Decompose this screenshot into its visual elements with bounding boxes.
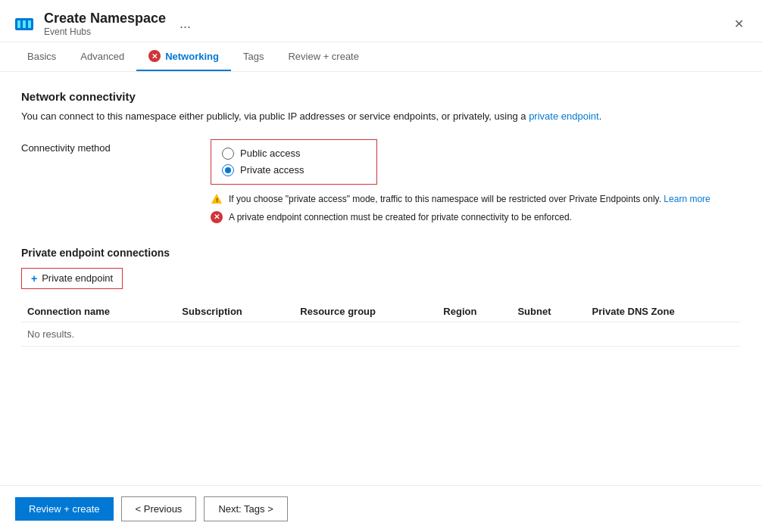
table-body: No results. <box>21 322 741 346</box>
col-subnet: Subnet <box>511 301 586 322</box>
public-access-radio[interactable] <box>222 148 234 160</box>
window-subtitle: Event Hubs <box>44 26 166 37</box>
private-access-label: Private access <box>240 164 304 176</box>
tab-advanced[interactable]: Advanced <box>68 43 136 71</box>
add-private-endpoint-button[interactable]: + Private endpoint <box>21 268 123 289</box>
warning-icon: ! <box>211 193 223 205</box>
tab-basics[interactable]: Basics <box>15 43 68 71</box>
main-content: Network connectivity You can connect to … <box>0 72 762 485</box>
previous-button[interactable]: < Previous <box>121 496 197 521</box>
svg-rect-3 <box>28 20 31 28</box>
col-connection-name: Connection name <box>21 301 176 322</box>
connectivity-method-label: Connectivity method <box>21 139 211 154</box>
col-region: Region <box>437 301 511 322</box>
network-connectivity-title: Network connectivity <box>21 90 741 103</box>
window-title: Create Namespace <box>44 11 166 26</box>
private-endpoint-connections-title: Private endpoint connections <box>21 247 741 259</box>
title-bar: Create Namespace Event Hubs ... ✕ <box>0 0 762 42</box>
svg-rect-2 <box>23 20 26 28</box>
review-create-button[interactable]: Review + create <box>15 497 114 521</box>
col-private-dns-zone: Private DNS Zone <box>586 301 741 322</box>
public-access-option[interactable]: Public access <box>222 148 366 160</box>
private-access-option[interactable]: Private access <box>222 164 366 176</box>
title-text: Create Namespace Event Hubs <box>44 11 166 37</box>
main-window: Create Namespace Event Hubs ... ✕ Basics… <box>0 0 762 532</box>
connectivity-method-row: Connectivity method Public access Privat… <box>21 139 741 229</box>
svg-rect-1 <box>17 20 20 28</box>
plus-icon: + <box>31 272 37 285</box>
warning-notice: ! If you choose "private access" mode, t… <box>211 192 741 206</box>
private-endpoint-table: Connection name Subscription Resource gr… <box>21 301 741 347</box>
public-access-label: Public access <box>240 148 300 159</box>
error-notice: ✕ A private endpoint connection must be … <box>211 210 741 224</box>
tab-bar: Basics Advanced ✕ Networking Tags Review… <box>0 42 762 72</box>
tab-networking[interactable]: ✕ Networking <box>136 42 231 71</box>
more-options-button[interactable]: ... <box>180 16 191 32</box>
no-results-text: No results. <box>21 322 741 346</box>
tab-review-create[interactable]: Review + create <box>276 43 371 71</box>
table-header: Connection name Subscription Resource gr… <box>21 301 741 322</box>
networking-error-icon: ✕ <box>148 50 161 62</box>
private-access-radio[interactable] <box>222 164 234 176</box>
connectivity-method-control: Public access Private access ! If you ch… <box>211 139 741 229</box>
svg-text:!: ! <box>217 198 218 203</box>
private-endpoint-link[interactable]: private endpoint <box>529 110 599 122</box>
learn-more-link[interactable]: Learn more <box>664 194 710 204</box>
footer: Review + create < Previous Next: Tags > <box>0 485 762 532</box>
network-connectivity-desc: You can connect to this namespace either… <box>21 109 741 124</box>
col-subscription: Subscription <box>176 301 294 322</box>
title-left: Create Namespace Event Hubs ... <box>12 11 191 37</box>
table-row-no-results: No results. <box>21 322 741 346</box>
tab-tags[interactable]: Tags <box>231 43 276 71</box>
error-circle-icon: ✕ <box>211 211 223 223</box>
close-button[interactable]: ✕ <box>731 14 747 34</box>
next-tags-button[interactable]: Next: Tags > <box>204 496 287 521</box>
event-hubs-icon <box>12 12 36 36</box>
col-resource-group: Resource group <box>294 301 437 322</box>
private-endpoint-connections-section: Private endpoint connections + Private e… <box>21 247 741 347</box>
connectivity-radio-group: Public access Private access <box>211 139 377 185</box>
